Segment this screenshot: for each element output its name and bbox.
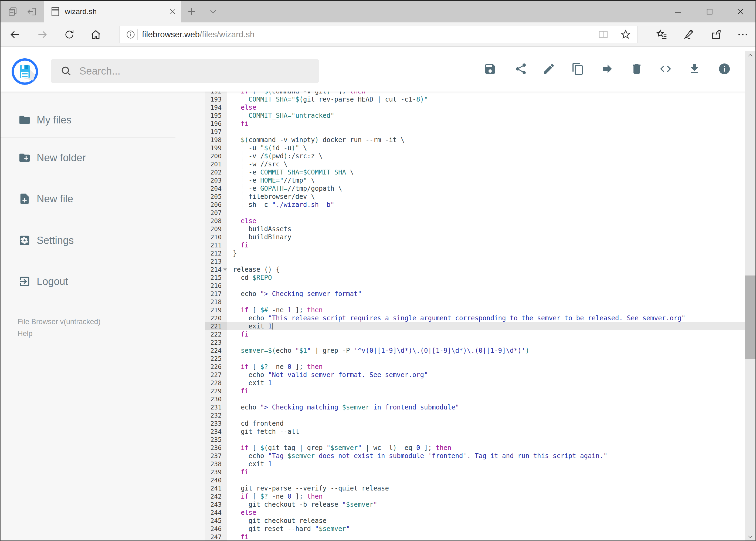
- code-line-244[interactable]: 244 else: [205, 509, 745, 517]
- fold-arrow-icon[interactable]: [223, 269, 227, 273]
- code-line-217[interactable]: 217 echo "> Checking semver format": [205, 290, 745, 298]
- code-line-219[interactable]: 219 if [ $# -ne 1 ]; then: [205, 306, 745, 314]
- delete-icon[interactable]: [629, 61, 644, 76]
- tab-preview-icon[interactable]: [4, 1, 22, 22]
- download-icon[interactable]: [687, 61, 702, 76]
- code-line-237[interactable]: 237 echo "Tag $semver does not exist in …: [205, 452, 745, 460]
- code-line-230[interactable]: 230: [205, 395, 745, 403]
- browser-tab[interactable]: wizard.sh: [44, 1, 181, 22]
- code-line-208[interactable]: 208 else: [205, 217, 745, 225]
- new-tab-icon[interactable]: [183, 1, 200, 22]
- code-line-223[interactable]: 223: [205, 338, 745, 346]
- close-tab-icon[interactable]: [165, 1, 181, 22]
- code-line-205[interactable]: 205 filebrowser/dev \: [205, 193, 745, 201]
- code-line-227[interactable]: 227 echo "Not valid semver format. See s…: [205, 371, 745, 379]
- code-line-194[interactable]: 194 else: [205, 104, 745, 112]
- code-line-222[interactable]: 222 fi: [205, 330, 745, 338]
- reading-view-icon[interactable]: [593, 26, 614, 43]
- code-line-221[interactable]: 221 exit 1: [205, 322, 745, 330]
- set-tabs-aside-icon[interactable]: [23, 1, 41, 22]
- vertical-scrollbar[interactable]: [745, 51, 756, 541]
- info-circle-icon[interactable]: [126, 29, 136, 40]
- code-line-199[interactable]: 199 -u "$(id -u)" \: [205, 144, 745, 152]
- hub-icon[interactable]: [651, 25, 672, 44]
- url-text[interactable]: filebrowser.web/files/wizard.sh: [142, 30, 593, 39]
- code-line-246[interactable]: 246 git reset --hard "$semver": [205, 525, 745, 533]
- code-line-209[interactable]: 209 buildAssets: [205, 225, 745, 233]
- code-line-201[interactable]: 201 -w //src \: [205, 160, 745, 168]
- close-icon[interactable]: [728, 1, 752, 22]
- code-line-211[interactable]: 211 fi: [205, 241, 745, 249]
- code-line-240[interactable]: 240: [205, 476, 745, 484]
- home-icon[interactable]: [86, 25, 105, 44]
- code-line-218[interactable]: 218: [205, 298, 745, 306]
- code-line-238[interactable]: 238 exit 1: [205, 460, 745, 468]
- search-box[interactable]: [51, 59, 319, 83]
- forward-icon[interactable]: [33, 25, 52, 44]
- code-line-224[interactable]: 224 semver=$(echo "$1" | grep -P '^v(0|[…: [205, 346, 745, 355]
- code-line-202[interactable]: 202 -e COMMIT_SHA=$COMMIT_SHA \: [205, 168, 745, 176]
- code-line-210[interactable]: 210 buildBinary: [205, 233, 745, 241]
- code-line-232[interactable]: 232: [205, 411, 745, 419]
- code-line-236[interactable]: 236 if [ $(git tag | grep "$semver" | wc…: [205, 444, 745, 452]
- sidebar-item-new-folder[interactable]: New folder: [1, 145, 175, 170]
- code-line-220[interactable]: 220 echo "This release script requires a…: [205, 314, 745, 322]
- more-icon[interactable]: [732, 25, 753, 44]
- code-line-212[interactable]: 212}: [205, 249, 745, 258]
- back-icon[interactable]: [5, 25, 24, 44]
- help-link[interactable]: Help: [18, 327, 101, 339]
- code-icon[interactable]: [658, 61, 673, 76]
- code-line-239[interactable]: 239 fi: [205, 468, 745, 476]
- code-line-247[interactable]: 247 fi: [205, 533, 745, 540]
- code-line-197[interactable]: 197: [205, 128, 745, 136]
- sidebar-item-logout[interactable]: Logout: [1, 269, 175, 294]
- info-icon[interactable]: [717, 61, 732, 76]
- search-input[interactable]: [79, 65, 290, 77]
- code-line-195[interactable]: 195 COMMIT_SHA="untracked": [205, 112, 745, 120]
- refresh-icon[interactable]: [60, 25, 79, 44]
- code-line-203[interactable]: 203 -e HOME="//tmp" \: [205, 176, 745, 185]
- code-line-198[interactable]: 198 $(command -v winpty) docker run --rm…: [205, 136, 745, 144]
- minimize-icon[interactable]: [666, 1, 690, 22]
- code-line-213[interactable]: 213: [205, 258, 745, 266]
- favorite-star-icon[interactable]: [614, 26, 637, 43]
- sidebar-item-new-file[interactable]: New file: [1, 186, 175, 211]
- code-line-231[interactable]: 231 echo "> Checking matching $semver in…: [205, 403, 745, 411]
- share-page-icon[interactable]: [705, 25, 726, 44]
- code-line-192[interactable]: 192 if [ "$(command -v git)" ]; then: [205, 92, 745, 95]
- code-line-215[interactable]: 215 cd $REPO: [205, 273, 745, 282]
- code-line-204[interactable]: 204 -e GOPATH=//tmp/gopath \: [205, 185, 745, 193]
- code-line-229[interactable]: 229 fi: [205, 387, 745, 395]
- code-line-216[interactable]: 216: [205, 282, 745, 290]
- scrollbar-thumb[interactable]: [745, 275, 756, 359]
- code-line-200[interactable]: 200 -v /$(pwd):/src:z \: [205, 152, 745, 160]
- move-icon[interactable]: [600, 61, 615, 76]
- address-bar[interactable]: filebrowser.web/files/wizard.sh: [119, 26, 637, 43]
- copy-icon[interactable]: [570, 61, 586, 76]
- share-icon[interactable]: [513, 61, 529, 76]
- scroll-up-icon[interactable]: [745, 51, 756, 60]
- tab-list-chevron-icon[interactable]: [205, 1, 222, 22]
- code-line-226[interactable]: 226 if [ $? -ne 0 ]; then: [205, 363, 745, 371]
- code-line-235[interactable]: 235: [205, 436, 745, 444]
- code-line-206[interactable]: 206 sh -c "./wizard.sh -b": [205, 201, 745, 209]
- sidebar-item-my-files[interactable]: My files: [1, 108, 175, 132]
- code-line-233[interactable]: 233 cd frontend: [205, 419, 745, 427]
- sidebar-item-settings[interactable]: Settings: [1, 228, 175, 253]
- code-line-234[interactable]: 234 git fetch --all: [205, 427, 745, 436]
- edit-icon[interactable]: [541, 61, 557, 76]
- code-line-243[interactable]: 243 git checkout -b release "$semver": [205, 500, 745, 509]
- code-line-193[interactable]: 193 COMMIT_SHA="$(git rev-parse HEAD | c…: [205, 95, 745, 104]
- code-line-207[interactable]: 207: [205, 209, 745, 217]
- code-editor[interactable]: 192 if [ "$(command -v git)" ]; then193 …: [205, 92, 745, 540]
- code-line-214[interactable]: 214release () {: [205, 266, 745, 273]
- code-line-242[interactable]: 242 if [ $? -ne 0 ]; then: [205, 492, 745, 500]
- web-note-icon[interactable]: [678, 25, 699, 44]
- code-line-196[interactable]: 196 fi: [205, 120, 745, 128]
- maximize-icon[interactable]: [697, 1, 722, 22]
- code-line-245[interactable]: 245 git checkout release: [205, 517, 745, 525]
- code-line-228[interactable]: 228 exit 1: [205, 379, 745, 387]
- save-icon[interactable]: [483, 61, 498, 76]
- code-line-241[interactable]: 241 git rev-parse --verify --quiet relea…: [205, 484, 745, 492]
- scroll-down-icon[interactable]: [745, 532, 756, 541]
